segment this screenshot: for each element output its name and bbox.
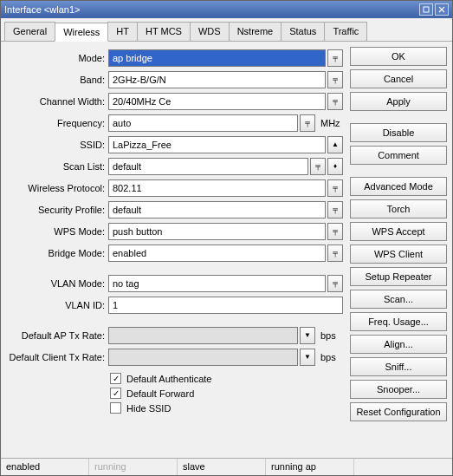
wps-client-button[interactable]: WPS Client <box>350 245 447 264</box>
wps-mode-select[interactable]: push button <box>108 223 326 240</box>
tab-traffic[interactable]: Traffic <box>324 22 367 41</box>
checkbox-group: ✓ Default Authenticate ✓ Default Forward… <box>6 373 343 414</box>
band-dropdown-icon[interactable]: ╤ <box>327 71 343 88</box>
band-label: Band: <box>6 75 108 85</box>
channel-width-label: Channel Width: <box>6 96 108 107</box>
default-ap-tx-unit: bps <box>317 330 343 341</box>
default-ap-tx-label: Default AP Tx Rate: <box>6 330 108 341</box>
advanced-mode-button[interactable]: Advanced Mode <box>350 177 447 196</box>
snooper-button[interactable]: Snooper... <box>350 380 447 399</box>
torch-button[interactable]: Torch <box>350 199 447 218</box>
wps-mode-label: WPS Mode: <box>6 226 108 237</box>
freq-usage-button[interactable]: Freq. Usage... <box>350 312 447 331</box>
ssid-collapse-icon[interactable]: ▲ <box>327 136 343 153</box>
status-running-ap: running ap <box>266 459 354 475</box>
default-client-tx-expand-icon[interactable]: ▼ <box>300 349 315 366</box>
frequency-label: Frequency: <box>6 118 108 128</box>
mode-dropdown-icon[interactable]: ╤ <box>327 49 343 67</box>
security-profile-dropdown-icon[interactable]: ╤ <box>327 201 343 218</box>
tab-status[interactable]: Status <box>281 22 325 41</box>
vlan-mode-dropdown-icon[interactable]: ╤ <box>327 275 343 292</box>
default-client-tx-label: Default Client Tx Rate: <box>6 352 108 362</box>
default-authenticate-checkbox[interactable]: ✓ <box>110 373 121 384</box>
side-buttons: OK Cancel Apply Disable Comment Advanced… <box>350 47 447 458</box>
scan-list-label: Scan List: <box>6 161 108 172</box>
bridge-mode-label: Bridge Mode: <box>6 248 108 258</box>
default-forward-checkbox[interactable]: ✓ <box>110 388 121 399</box>
default-authenticate-label: Default Authenticate <box>126 374 211 384</box>
body: Mode: ap bridge ╤ Band: 2GHz-B/G/N ╤ Cha… <box>1 42 452 458</box>
status-slave: slave <box>178 459 266 475</box>
window-title: Interface <wlan1> <box>4 4 417 15</box>
wps-accept-button[interactable]: WPS Accept <box>350 222 447 241</box>
interface-window: Interface <wlan1> General Wireless HT HT… <box>0 0 453 476</box>
status-extra <box>354 459 452 475</box>
channel-width-dropdown-icon[interactable]: ╤ <box>327 93 343 110</box>
vlan-mode-select[interactable]: no tag <box>108 275 326 292</box>
align-button[interactable]: Align... <box>350 335 447 354</box>
security-profile-select[interactable]: default <box>108 201 326 218</box>
close-icon[interactable] <box>435 3 449 16</box>
wireless-protocol-dropdown-icon[interactable]: ╤ <box>327 179 343 197</box>
channel-width-select[interactable]: 20/40MHz Ce <box>108 93 326 110</box>
frequency-select[interactable]: auto <box>108 114 298 132</box>
default-client-tx-unit: bps <box>317 352 343 362</box>
mode-select[interactable]: ap bridge <box>108 49 326 67</box>
cancel-button[interactable]: Cancel <box>350 69 447 88</box>
frequency-unit: MHz <box>317 118 343 128</box>
vlan-id-label: VLAN ID: <box>6 300 108 310</box>
svg-rect-0 <box>424 7 429 12</box>
wps-mode-dropdown-icon[interactable]: ╤ <box>327 223 343 240</box>
bridge-mode-dropdown-icon[interactable]: ╤ <box>327 245 343 262</box>
vlan-mode-label: VLAN Mode: <box>6 278 108 289</box>
status-running: running <box>89 459 178 475</box>
hide-ssid-checkbox[interactable] <box>110 402 121 414</box>
reset-config-button[interactable]: Reset Configuration <box>350 402 447 421</box>
minimize-icon[interactable] <box>419 3 433 16</box>
band-select[interactable]: 2GHz-B/G/N <box>108 71 326 88</box>
scan-list-select[interactable]: default <box>108 158 308 175</box>
comment-button[interactable]: Comment <box>350 146 447 165</box>
content: General Wireless HT HT MCS WDS Nstreme S… <box>1 18 452 475</box>
hide-ssid-label: Hide SSID <box>126 403 171 414</box>
setup-repeater-button[interactable]: Setup Repeater <box>350 267 447 286</box>
default-client-tx-input[interactable] <box>108 349 298 366</box>
tab-strip: General Wireless HT HT MCS WDS Nstreme S… <box>1 18 452 42</box>
tab-ht-mcs[interactable]: HT MCS <box>137 22 191 41</box>
ssid-label: SSID: <box>6 140 108 150</box>
default-ap-tx-input[interactable] <box>108 327 298 344</box>
vlan-id-input[interactable]: 1 <box>108 297 343 314</box>
wireless-protocol-select[interactable]: 802.11 <box>108 179 326 197</box>
tab-wds[interactable]: WDS <box>190 22 230 41</box>
scan-button[interactable]: Scan... <box>350 290 447 309</box>
apply-button[interactable]: Apply <box>350 92 447 111</box>
security-profile-label: Security Profile: <box>6 205 108 215</box>
scan-list-dropdown-icon[interactable]: ╤ <box>310 158 326 175</box>
default-forward-label: Default Forward <box>126 388 194 399</box>
sniff-button[interactable]: Sniff... <box>350 357 447 376</box>
tab-nstreme[interactable]: Nstreme <box>229 22 282 41</box>
tab-general[interactable]: General <box>4 22 55 41</box>
disable-button[interactable]: Disable <box>350 123 447 142</box>
tab-ht[interactable]: HT <box>107 22 138 41</box>
wireless-protocol-label: Wireless Protocol: <box>6 183 108 193</box>
default-ap-tx-expand-icon[interactable]: ▼ <box>300 327 315 344</box>
form-area: Mode: ap bridge ╤ Band: 2GHz-B/G/N ╤ Cha… <box>6 47 343 458</box>
ok-button[interactable]: OK <box>350 47 447 66</box>
ssid-input[interactable]: LaPizza_Free <box>108 136 326 153</box>
mode-label: Mode: <box>6 53 108 63</box>
bridge-mode-select[interactable]: enabled <box>108 245 326 262</box>
titlebar[interactable]: Interface <wlan1> <box>1 1 452 18</box>
tab-wireless[interactable]: Wireless <box>55 23 108 42</box>
status-enabled: enabled <box>1 459 89 475</box>
statusbar: enabled running slave running ap <box>1 458 452 475</box>
scan-list-add-icon[interactable]: ♦ <box>327 158 343 175</box>
frequency-dropdown-icon[interactable]: ╤ <box>300 114 315 132</box>
